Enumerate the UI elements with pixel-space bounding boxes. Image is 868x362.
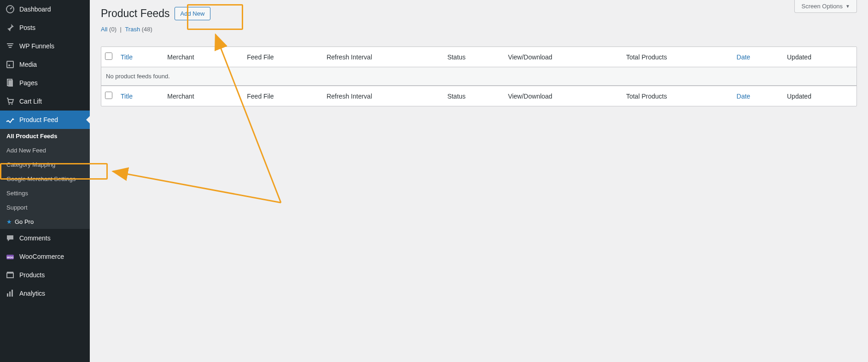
- submenu-settings[interactable]: Settings: [0, 186, 90, 200]
- sidebar-item-label: WooCommerce: [19, 253, 64, 260]
- col-merchant: Merchant: [163, 47, 242, 67]
- svg-point-5: [8, 64, 10, 66]
- col-merchant-footer: Merchant: [163, 86, 242, 106]
- analytics-icon: [6, 289, 15, 298]
- admin-sidebar: Dashboard Posts WP Funnels Media Pages C…: [0, 0, 90, 362]
- sidebar-item-label: WP Funnels: [19, 42, 54, 50]
- sidebar-item-cartlift[interactable]: Cart Lift: [0, 92, 90, 111]
- col-date[interactable]: Date: [732, 47, 782, 67]
- col-feed-file-footer: Feed File: [242, 86, 322, 106]
- col-view-download-footer: View/Download: [503, 86, 622, 106]
- col-updated: Updated: [782, 47, 856, 67]
- product-feeds-table: Title Merchant Feed File Refresh Interva…: [101, 47, 857, 106]
- sidebar-item-label: Product Feed: [19, 116, 58, 123]
- screen-options-label: Screen Options: [801, 3, 843, 10]
- submenu-support[interactable]: Support: [0, 200, 90, 215]
- sidebar-item-product-feed[interactable]: Product Feed: [0, 111, 90, 129]
- svg-rect-2: [8, 45, 12, 46]
- filter-trash[interactable]: Trash: [125, 26, 140, 33]
- filter-trash-count: (48): [142, 26, 152, 33]
- submenu-category-mapping[interactable]: Category Mapping: [0, 158, 90, 172]
- svg-point-9: [12, 104, 13, 105]
- col-updated-footer: Updated: [782, 86, 856, 106]
- submenu-label: Go Pro: [15, 218, 34, 225]
- filter-all-count: (0): [109, 26, 117, 33]
- svg-rect-12: [7, 273, 13, 278]
- empty-message: No product feeds found.: [101, 67, 856, 86]
- pin-icon: [6, 23, 15, 32]
- submenu-add-new-feed[interactable]: Add New Feed: [0, 143, 90, 158]
- sidebar-item-label: Dashboard: [19, 6, 51, 13]
- sidebar-item-media[interactable]: Media: [0, 55, 90, 74]
- svg-rect-15: [9, 292, 11, 297]
- screen-options-toggle[interactable]: Screen Options ▼: [794, 0, 857, 13]
- page-title: Product Feeds: [101, 7, 170, 20]
- svg-rect-14: [7, 293, 8, 297]
- svg-text:woo: woo: [6, 256, 13, 259]
- sidebar-item-label: Analytics: [19, 290, 45, 297]
- select-all-checkbox[interactable]: [105, 53, 112, 60]
- select-all-footer: [101, 86, 116, 106]
- svg-rect-7: [8, 80, 13, 87]
- svg-rect-13: [7, 272, 13, 273]
- svg-rect-16: [12, 290, 13, 297]
- sidebar-item-comments[interactable]: Comments: [0, 229, 90, 247]
- sidebar-item-label: Cart Lift: [19, 98, 42, 105]
- col-date-footer[interactable]: Date: [732, 86, 782, 106]
- sidebar-item-label: Pages: [19, 79, 38, 87]
- caret-down-icon: ▼: [845, 4, 850, 9]
- sidebar-item-label: Products: [19, 271, 45, 279]
- sidebar-item-posts[interactable]: Posts: [0, 18, 90, 37]
- funnel-icon: [6, 41, 15, 51]
- sidebar-item-dashboard[interactable]: Dashboard: [0, 0, 90, 18]
- col-title[interactable]: Title: [116, 47, 163, 67]
- svg-rect-4: [7, 61, 13, 68]
- sidebar-item-products[interactable]: Products: [0, 266, 90, 284]
- media-icon: [6, 60, 15, 69]
- select-all-header: [101, 47, 116, 67]
- filter-all[interactable]: All: [101, 26, 107, 33]
- col-view-download: View/Download: [503, 47, 622, 67]
- col-total-products: Total Products: [622, 47, 732, 67]
- table-empty-row: No product feeds found.: [101, 67, 856, 86]
- col-status: Status: [443, 47, 503, 67]
- col-status-footer: Status: [443, 86, 503, 106]
- comment-icon: [6, 234, 15, 243]
- submenu-all-product-feeds[interactable]: All Product Feeds: [0, 129, 90, 143]
- woocommerce-icon: woo: [6, 252, 15, 261]
- sidebar-item-woocommerce[interactable]: woo WooCommerce: [0, 247, 90, 266]
- cart-icon: [6, 97, 15, 106]
- page-header: Product Feeds Add New: [101, 7, 857, 20]
- add-new-button[interactable]: Add New: [175, 7, 211, 20]
- col-refresh-interval: Refresh Interval: [322, 47, 443, 67]
- main-content: Screen Options ▼ Product Feeds Add New A…: [90, 0, 868, 362]
- svg-rect-3: [9, 47, 12, 48]
- col-total-products-footer: Total Products: [622, 86, 732, 106]
- col-refresh-interval-footer: Refresh Interval: [322, 86, 443, 106]
- submenu-google-merchant-settings[interactable]: Google Merchant Settings: [0, 172, 90, 186]
- svg-point-8: [9, 104, 10, 105]
- filter-separator: |: [120, 26, 122, 33]
- col-feed-file: Feed File: [242, 47, 322, 67]
- star-icon: ★: [6, 218, 12, 225]
- submenu-go-pro[interactable]: ★ Go Pro: [0, 215, 90, 229]
- pages-icon: [6, 78, 15, 88]
- sidebar-item-label: Comments: [19, 234, 51, 242]
- col-title-footer[interactable]: Title: [116, 86, 163, 106]
- products-icon: [6, 270, 15, 280]
- sidebar-item-label: Media: [19, 61, 37, 68]
- select-all-checkbox-footer[interactable]: [105, 92, 112, 99]
- list-filters: All (0) | Trash (48): [101, 26, 857, 33]
- sidebar-item-pages[interactable]: Pages: [0, 74, 90, 92]
- sidebar-item-wpfunnels[interactable]: WP Funnels: [0, 37, 90, 55]
- sidebar-item-analytics[interactable]: Analytics: [0, 284, 90, 303]
- dashboard-icon: [6, 5, 15, 14]
- svg-rect-1: [7, 43, 13, 44]
- sidebar-item-label: Posts: [19, 24, 35, 31]
- feed-icon: [6, 115, 15, 124]
- product-feed-submenu: All Product Feeds Add New Feed Category …: [0, 129, 90, 229]
